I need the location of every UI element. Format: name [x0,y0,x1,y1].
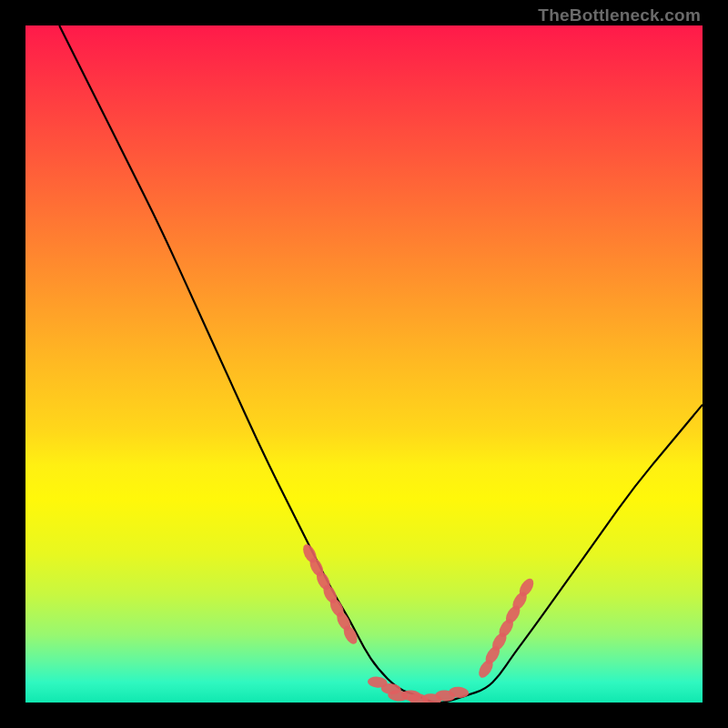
watermark-text: TheBottleneck.com [538,5,701,25]
chart-container: TheBottleneck.com [0,0,728,728]
markers-left-group [300,542,360,646]
curve-line [59,25,703,703]
markers-bottom-group [367,676,469,703]
chart-svg [25,25,703,703]
plot-area [25,25,703,703]
